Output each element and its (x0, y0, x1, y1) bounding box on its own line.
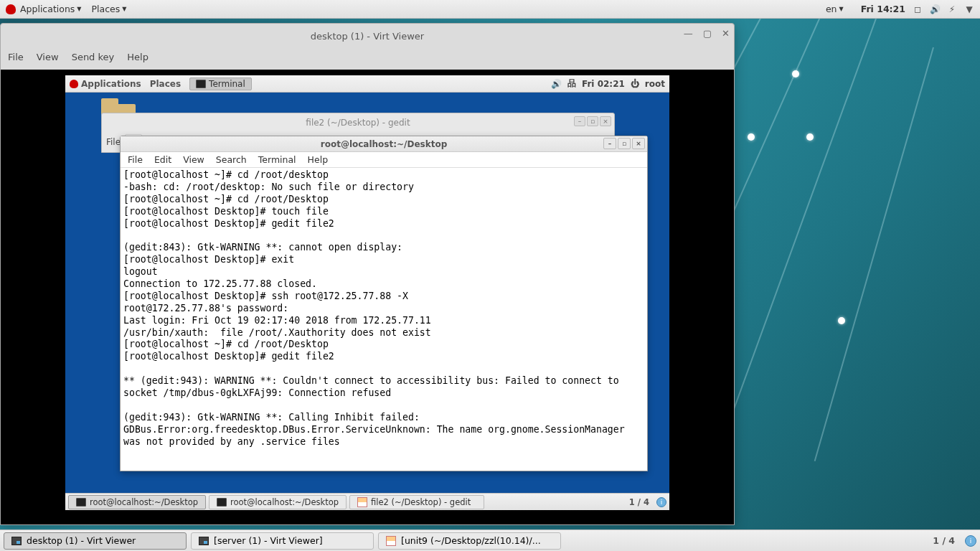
guest-user-label[interactable]: root (645, 79, 665, 89)
guest-menu-applications[interactable]: Applications (81, 79, 141, 89)
close-button[interactable]: × (600, 116, 611, 126)
terminal-icon (196, 80, 206, 88)
gedit-icon (357, 497, 367, 507)
task-label: root@localhost:~/Desktop (230, 497, 339, 507)
minimize-button[interactable]: — (684, 28, 693, 39)
virt-viewer-menubar: File View Send key Help (1, 48, 734, 65)
host-top-panel: Applications ▼ Places ▼ en ▼ Fri 14:21 ◻… (0, 0, 980, 19)
ime-indicator[interactable]: en ▼ (826, 4, 844, 14)
guest-clock[interactable]: Fri 02:21 (582, 79, 625, 89)
guest-workspace-label[interactable]: 1 / 4 (629, 497, 649, 507)
maximize-button[interactable]: ▫ (618, 138, 631, 149)
host-tray: en ▼ Fri 14:21 ◻ 🔊 ⚡ ▼ (826, 4, 974, 14)
minimize-button[interactable]: – (574, 116, 585, 126)
redhat-icon (70, 80, 78, 88)
task-label: [unit9 (~/Desktop/zzl(10.14)/... (401, 535, 541, 546)
guest-top-panel: Applications Places Terminal 🔊 品 Fri 02:… (65, 75, 669, 93)
vv-menu-sendkey[interactable]: Send key (72, 52, 115, 62)
virt-viewer-icon (11, 537, 22, 545)
workspace-indicator-icon[interactable]: i (656, 497, 666, 507)
gedit-title: file2 (~/Desktop) - gedit (306, 118, 410, 128)
volume-icon[interactable]: 🔊 (551, 79, 562, 89)
vv-menu-file[interactable]: File (8, 52, 24, 62)
battery-icon[interactable]: ⚡ (947, 4, 957, 14)
host-menu-applications[interactable]: Applications ▼ (20, 4, 82, 14)
host-workspace-label[interactable]: 1 / 4 (933, 535, 955, 546)
virt-viewer-titlebar[interactable]: desktop (1) - Virt Viewer — ▢ ✕ (1, 24, 734, 48)
minimize-button[interactable]: – (603, 138, 616, 149)
term-menu-search[interactable]: Search (216, 154, 247, 165)
task-label: desktop (1) - Virt Viewer (27, 535, 136, 546)
maximize-button[interactable]: ▢ (703, 28, 712, 39)
vv-menu-help[interactable]: Help (127, 52, 149, 62)
host-desktop: desktop (1) - Virt Viewer — ▢ ✕ File Vie… (0, 19, 980, 529)
term-menu-terminal[interactable]: Terminal (258, 154, 296, 165)
guest-active-app-tab[interactable]: Terminal (189, 77, 252, 90)
term-menu-help[interactable]: Help (308, 154, 329, 165)
terminal-window: root@localhost:~/Desktop – ▫ × File Edit… (120, 136, 648, 471)
network-icon[interactable]: 品 (567, 77, 576, 90)
gedit-icon (386, 536, 396, 546)
terminal-icon (217, 498, 227, 507)
chevron-down-icon[interactable]: ▼ (964, 4, 974, 14)
guest-screen: Applications Places Terminal 🔊 品 Fri 02:… (1, 70, 734, 524)
guest-menu-places[interactable]: Places (150, 79, 181, 89)
close-button[interactable]: × (632, 138, 645, 149)
host-clock[interactable]: Fri 14:21 (861, 4, 905, 14)
guest-task-terminal-2[interactable]: root@localhost:~/Desktop (209, 495, 347, 509)
guest-task-gedit[interactable]: file2 (~/Desktop) - gedit (349, 495, 484, 509)
guest-taskbar: root@localhost:~/Desktop root@localhost:… (65, 493, 669, 510)
places-label: Places (92, 4, 121, 14)
term-menu-edit[interactable]: Edit (154, 154, 171, 165)
redhat-icon (6, 4, 16, 14)
workspace-indicator-icon[interactable]: i (965, 535, 976, 547)
chevron-down-icon: ▼ (839, 6, 844, 12)
window-title: desktop (1) - Virt Viewer (311, 31, 424, 42)
term-menu-file[interactable]: File (128, 154, 143, 165)
vv-menu-view[interactable]: View (37, 52, 59, 62)
host-taskbar: desktop (1) - Virt Viewer [server (1) - … (0, 529, 980, 551)
task-label: file2 (~/Desktop) - gedit (371, 497, 471, 507)
lang-label: en (826, 4, 837, 14)
task-label: root@localhost:~/Desktop (90, 497, 198, 507)
guest-desktop: file2 (~/Desktop) - gedit – ▫ × File (65, 93, 669, 510)
volume-icon[interactable]: 🔊 (930, 4, 940, 14)
guest-active-app-label: Terminal (209, 79, 245, 89)
terminal-output[interactable]: [root@localhost ~]# cd /root/desktop -ba… (121, 168, 647, 449)
guest-task-terminal-1[interactable]: root@localhost:~/Desktop (68, 495, 206, 509)
term-menu-view[interactable]: View (183, 154, 204, 165)
chevron-down-icon: ▼ (77, 6, 81, 12)
close-button[interactable]: ✕ (722, 28, 730, 39)
applications-label: Applications (20, 4, 75, 14)
host-task-desktop-vv[interactable]: desktop (1) - Virt Viewer (4, 532, 187, 550)
task-label: [server (1) - Virt Viewer] (214, 535, 323, 546)
host-task-gedit[interactable]: [unit9 (~/Desktop/zzl(10.14)/... (378, 532, 561, 550)
chevron-down-icon: ▼ (122, 6, 126, 12)
power-icon[interactable]: ⏻ (631, 79, 639, 89)
virt-viewer-icon (199, 537, 209, 545)
host-task-server-vv[interactable]: [server (1) - Virt Viewer] (191, 532, 374, 550)
terminal-title: root@localhost:~/Desktop (321, 139, 448, 149)
virt-viewer-window: desktop (1) - Virt Viewer — ▢ ✕ File Vie… (0, 23, 735, 525)
gedit-file-label: File (106, 137, 121, 147)
host-menu-places[interactable]: Places ▼ (92, 4, 127, 14)
accessibility-icon[interactable]: ◻ (913, 4, 923, 14)
terminal-icon (76, 498, 86, 507)
terminal-titlebar[interactable]: root@localhost:~/Desktop – ▫ × (121, 136, 647, 152)
terminal-menubar: File Edit View Search Terminal Help (121, 152, 647, 168)
maximize-button[interactable]: ▫ (587, 116, 598, 126)
